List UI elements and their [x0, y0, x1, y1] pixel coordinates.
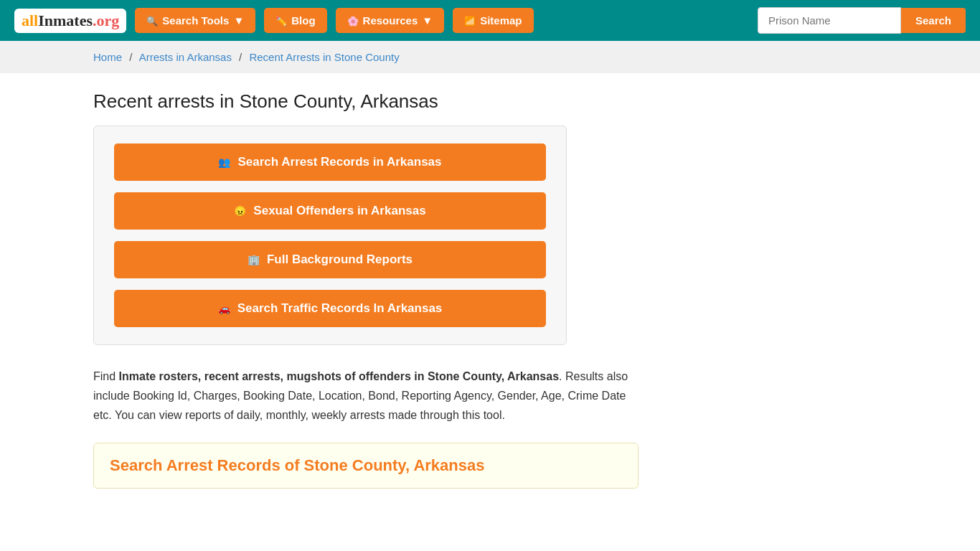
prison-search-button[interactable]: Search: [901, 8, 966, 33]
traffic-records-button[interactable]: Search Traffic Records In Arkansas: [114, 290, 546, 327]
search-tools-label: Search Tools: [162, 14, 229, 27]
resources-label: Resources: [363, 14, 418, 27]
resources-icon: [347, 14, 359, 27]
dropdown-arrow-icon: ▼: [233, 14, 244, 27]
header-search: Search: [758, 7, 966, 34]
arrest-records-label: Search Arrest Records in Arkansas: [237, 155, 441, 169]
description-bold: Inmate rosters, recent arrests, mugshots…: [119, 370, 559, 382]
main-content: Recent arrests in Stone County, Arkansas…: [0, 73, 980, 517]
search-button-label: Search: [915, 14, 951, 27]
traffic-records-label: Search Traffic Records In Arkansas: [237, 301, 443, 316]
search-records-box: Search Arrest Records of Stone County, A…: [93, 443, 639, 489]
background-reports-button[interactable]: Full Background Reports: [114, 241, 546, 278]
sitemap-button[interactable]: Sitemap: [453, 8, 533, 33]
breadcrumb-current: Recent Arrests in Stone County: [249, 51, 399, 63]
breadcrumb-sep-2: /: [239, 51, 242, 63]
search-records-title: Search Arrest Records of Stone County, A…: [110, 456, 622, 475]
car-icon: [218, 301, 230, 316]
angry-icon: [234, 204, 246, 218]
search-icon: [146, 14, 158, 27]
breadcrumb: Home / Arrests in Arkansas / Recent Arre…: [0, 41, 980, 73]
blog-button[interactable]: Blog: [264, 8, 326, 33]
sitemap-icon: [464, 14, 476, 27]
sexual-offenders-label: Sexual Offenders in Arkansas: [253, 204, 425, 218]
blog-icon: [275, 14, 287, 27]
site-logo[interactable]: allInmates.org: [14, 9, 126, 33]
background-reports-label: Full Background Reports: [267, 253, 413, 267]
sexual-offenders-button[interactable]: Sexual Offenders in Arkansas: [114, 192, 546, 230]
logo-all: all: [22, 11, 38, 29]
search-tools-button[interactable]: Search Tools ▼: [135, 8, 255, 33]
logo-org: .org: [93, 11, 119, 29]
building-icon: [248, 253, 260, 267]
page-title: Recent arrests in Stone County, Arkansas: [93, 90, 887, 113]
prison-search-input[interactable]: [758, 7, 901, 34]
site-header: allInmates.org Search Tools ▼ Blog Resou…: [0, 0, 980, 41]
logo-inmates: Inmates: [38, 11, 93, 29]
breadcrumb-home[interactable]: Home: [93, 51, 122, 63]
breadcrumb-sep-1: /: [129, 51, 132, 63]
blog-label: Blog: [291, 14, 315, 27]
people-icon: [218, 155, 230, 169]
sitemap-label: Sitemap: [480, 14, 522, 27]
arrest-records-button[interactable]: Search Arrest Records in Arkansas: [114, 143, 546, 181]
description-text: Find Inmate rosters, recent arrests, mug…: [93, 367, 639, 425]
description-intro: Find: [93, 370, 119, 382]
dropdown-arrow-resources-icon: ▼: [422, 14, 433, 27]
resources-button[interactable]: Resources ▼: [336, 8, 445, 33]
breadcrumb-arrests-arkansas[interactable]: Arrests in Arkansas: [139, 51, 232, 63]
action-buttons-box: Search Arrest Records in Arkansas Sexual…: [93, 126, 567, 345]
